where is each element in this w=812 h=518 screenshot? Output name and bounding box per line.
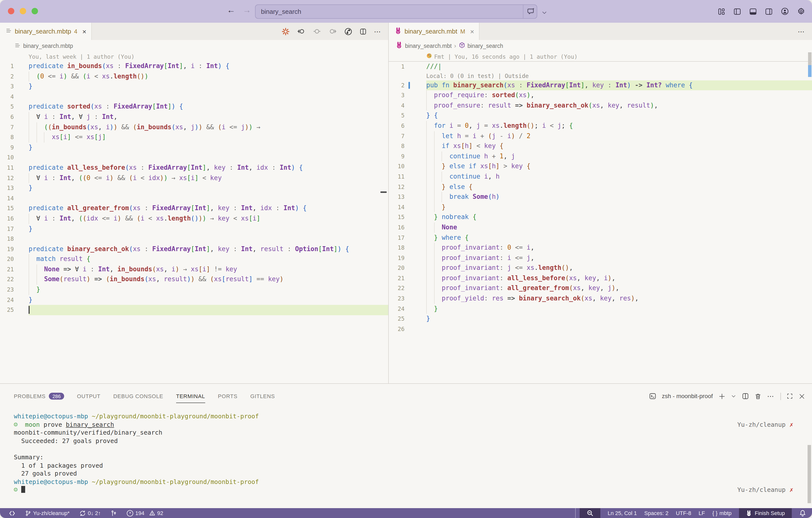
code-line[interactable]: 12 } else { [389, 182, 812, 192]
panel-tab-gitlens[interactable]: GITLENS [250, 389, 275, 404]
code-line[interactable]: 13} [0, 183, 388, 193]
code-line[interactable]: 19predicate binary_search_ok(xs : FixedA… [0, 244, 388, 254]
eol-item[interactable]: LF [699, 508, 705, 518]
code-line[interactable]: 6 ∀ i : Int, ∀ j : Int, [0, 112, 388, 122]
chevron-down-icon[interactable] [542, 8, 547, 17]
code-line[interactable]: 21 None => ∀ i : Int, in_bounds(xs, i) →… [0, 264, 388, 275]
code-line[interactable]: 2 (0 <= i) && (i < xs.length()) [0, 71, 388, 81]
breadcrumb-file[interactable]: binary_search.mbtp [23, 43, 73, 49]
terminal-scrollbar[interactable] [808, 445, 811, 503]
close-tab-icon[interactable]: × [80, 27, 86, 35]
nav-current-icon[interactable] [313, 28, 321, 35]
maximize-window-button[interactable] [32, 8, 38, 14]
panel-tab-debug-console[interactable]: DEBUG CONSOLE [113, 389, 163, 404]
breadcrumb-symbol[interactable]: binary_search [467, 43, 503, 49]
toggle-primary-sidebar-icon[interactable] [733, 8, 741, 15]
code-line[interactable]: 2pub fn binary_search(xs : FixedArray[In… [389, 80, 812, 90]
code-line[interactable]: 7 ((in_bounds(xs, i)) && (in_bounds(xs, … [0, 122, 388, 132]
codelens[interactable]: Local: 0 (0 in test) | Outside [389, 72, 812, 80]
code-line[interactable]: 15 } nobreak { [389, 212, 812, 223]
code-line[interactable]: 10 [0, 153, 388, 163]
git-sync-item[interactable]: 0↓ 2↑ [80, 508, 101, 518]
code-line[interactable]: 12 ∀ i : Int, ((0 <= i) && (i < idx)) → … [0, 173, 388, 183]
chat-icon[interactable] [527, 7, 535, 16]
history-back-button[interactable]: ← [227, 5, 235, 15]
code-line[interactable]: 22 proof_invariant: all_greater_from(xs,… [389, 283, 812, 293]
more-actions-icon[interactable]: ⋯ [767, 392, 775, 400]
panel-tab-terminal[interactable]: TERMINAL [176, 389, 205, 404]
code-line[interactable]: 20 proof_invariant: j <= xs.length(), [389, 263, 812, 273]
code-line[interactable]: 4 [0, 92, 388, 102]
code-line[interactable]: 17} [0, 224, 388, 234]
breadcrumb-file[interactable]: binary_search.mbt [405, 43, 452, 49]
split-editor-icon[interactable] [359, 28, 367, 35]
more-actions-icon[interactable]: ⋯ [798, 27, 805, 35]
code-line[interactable]: 21 proof_invariant: all_less_before(xs, … [389, 273, 812, 283]
code-line[interactable]: 23 proof_yield: res => binary_search_ok(… [389, 293, 812, 304]
finish-setup-item[interactable]: Finish Setup [739, 508, 792, 518]
code-line[interactable]: 9} [0, 143, 388, 153]
history-forward-button[interactable]: → [243, 5, 251, 15]
code-line[interactable]: 1///| [389, 62, 812, 72]
customize-layout-icon[interactable] [718, 8, 725, 15]
toggle-panel-icon[interactable] [749, 8, 757, 15]
command-center-search[interactable]: binary_search [255, 4, 537, 19]
code-line[interactable]: 13 break Some(h) [389, 192, 812, 202]
nav-forward-icon[interactable] [328, 28, 337, 35]
more-actions-icon[interactable]: ⋯ [374, 27, 381, 35]
code-line[interactable]: 1predicate in_bounds(xs : FixedArray[Int… [0, 61, 388, 71]
code-line[interactable]: 9 continue h + 1, j [389, 151, 812, 162]
code-line[interactable]: 8 if xs[h] < key { [389, 141, 812, 151]
code-line[interactable]: 14 } [389, 202, 812, 212]
code-line[interactable]: 4 proof_ensure: result => binary_search_… [389, 100, 812, 111]
code-line[interactable]: 22 Some(result) => (in_bounds(xs, result… [0, 275, 388, 285]
code-line[interactable]: 3} [0, 81, 388, 91]
maximize-panel-icon[interactable] [787, 393, 793, 399]
git-branch-item[interactable]: Yu-zh/cleanup* [25, 508, 69, 518]
code-line[interactable]: 24} [0, 295, 388, 305]
code-line[interactable]: 16 ∀ i : Int, ((idx <= i) && (i < xs.len… [0, 213, 388, 224]
notifications-item[interactable] [799, 508, 810, 518]
panel-tab-output[interactable]: OUTPUT [77, 389, 100, 404]
code-line[interactable]: 14 [0, 193, 388, 203]
account-icon[interactable] [781, 7, 789, 15]
code-line[interactable]: 16 None [389, 223, 812, 233]
panel-tab-problems[interactable]: PROBLEMS286 [14, 389, 64, 404]
code-line[interactable]: 19 proof_invariant: i <= j, [389, 253, 812, 263]
code-line[interactable]: 11predicate all_less_before(xs : FixedAr… [0, 163, 388, 173]
code-line[interactable]: 25 [0, 305, 388, 315]
language-mode-item[interactable]: { } mbtp [712, 508, 732, 518]
left-breadcrumb[interactable]: binary_search.mbtp [0, 40, 388, 51]
right-code-editor[interactable]: Fmt | You, 16 seconds ago | 1 author (Yo… [389, 51, 812, 383]
left-code-editor[interactable]: You, last week | 1 author (You)1predicat… [0, 51, 388, 383]
code-line[interactable]: 10 } else if xs[h] > key { [389, 162, 812, 172]
code-line[interactable]: 26 [389, 324, 812, 334]
kill-terminal-icon[interactable] [755, 393, 761, 399]
tab-binary-search-mbtp[interactable]: binary_search.mbtp 4 × [0, 23, 92, 40]
code-line[interactable]: 18 proof_invariant: 0 <= i, [389, 243, 812, 253]
code-line[interactable]: 23 } [0, 285, 388, 295]
indentation-item[interactable]: Spaces: 2 [644, 508, 668, 518]
code-line[interactable]: 7 let h = i + (j - i) / 2 [389, 131, 812, 141]
code-line[interactable]: 11 continue i, h [389, 172, 812, 182]
terminal-session-label[interactable]: zsh - moonbit-proof [662, 393, 713, 400]
code-line[interactable]: 5predicate sorted(xs : FixedArray[Int]) … [0, 102, 388, 112]
extension-starburst-icon[interactable] [282, 27, 290, 35]
terminal-output[interactable]: whitepie@octopus-mbp ~/playground/moonbi… [14, 412, 805, 506]
code-line[interactable]: 25} [389, 314, 812, 324]
remote-indicator[interactable] [9, 508, 15, 518]
code-line[interactable]: 17 } where { [389, 233, 812, 243]
terminal-dropdown-icon[interactable] [731, 394, 736, 399]
settings-gear-icon[interactable] [797, 7, 805, 15]
encoding-item[interactable]: UTF-8 [676, 508, 691, 518]
new-terminal-icon[interactable] [719, 393, 725, 399]
cursor-position-item[interactable]: Ln 25, Col 1 [608, 508, 637, 518]
code-line[interactable]: 15predicate all_greater_from(xs : FixedA… [0, 203, 388, 213]
nav-back-icon[interactable] [297, 28, 306, 35]
close-panel-icon[interactable] [799, 393, 805, 399]
code-line[interactable]: 8 xs[i] <= xs[j] [0, 132, 388, 142]
split-sash-handle[interactable] [380, 192, 387, 193]
close-tab-icon[interactable]: × [468, 27, 474, 35]
split-terminal-icon[interactable] [742, 393, 749, 400]
panel-tab-ports[interactable]: PORTS [218, 389, 237, 404]
